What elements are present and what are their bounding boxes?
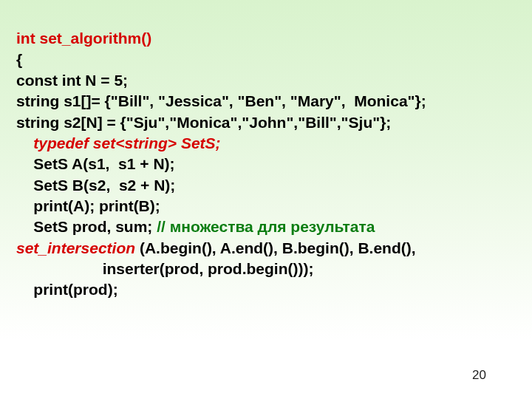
slide: int set_algorithm() { const int N = 5; s… xyxy=(0,0,532,399)
print-ab-line: print(A); print(B); xyxy=(16,197,160,214)
code-block: int set_algorithm() { const int N = 5; s… xyxy=(16,7,519,301)
sets-b-line: SetS B(s2, s2 + N); xyxy=(16,177,175,194)
inserter-line: inserter(prod, prod.begin())); xyxy=(16,260,314,277)
set-intersection-keyword: set_intersection xyxy=(16,239,135,256)
page-number: 20 xyxy=(472,368,486,383)
set-intersection-args: (A.begin(), A.end(), B.begin(), B.end(), xyxy=(135,239,416,256)
typedef-line: typedef set<string> SetS; xyxy=(16,134,221,151)
sets-a-line: SetS A(s1, s1 + N); xyxy=(16,155,175,172)
s2-declaration: string s2[N] = {"Sju","Monica","John","B… xyxy=(16,114,391,131)
s1-declaration: string s1[]= {"Bill", "Jessica", "Ben", … xyxy=(16,92,426,109)
prod-sum-prefix: SetS prod, sum; xyxy=(16,218,157,235)
function-signature: int set_algorithm() xyxy=(16,30,151,47)
const-n-line: const int N = 5; xyxy=(16,72,128,89)
print-prod-line: print(prod); xyxy=(16,281,118,298)
prod-sum-comment: // множества для результата xyxy=(157,218,375,235)
brace-open: { xyxy=(16,51,22,68)
